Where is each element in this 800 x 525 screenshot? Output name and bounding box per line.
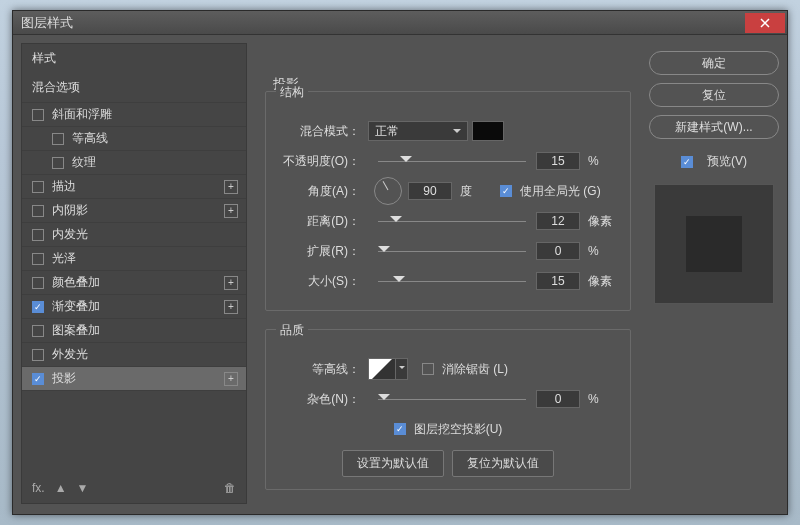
sidebar-item-checkbox[interactable] bbox=[32, 325, 44, 337]
add-effect-icon[interactable]: + bbox=[224, 276, 238, 290]
sidebar-item-checkbox[interactable] bbox=[32, 349, 44, 361]
sidebar-item-label: 外发光 bbox=[52, 346, 88, 363]
sidebar-item-3[interactable]: 描边+ bbox=[22, 175, 246, 199]
make-default-button[interactable]: 设置为默认值 bbox=[342, 450, 444, 477]
sidebar-item-label: 图案叠加 bbox=[52, 322, 100, 339]
structure-title: 结构 bbox=[276, 84, 308, 101]
global-light-checkbox[interactable] bbox=[500, 185, 512, 197]
sidebar-footer: fx. ▲ ▼ 🗑 bbox=[22, 473, 246, 503]
sidebar-item-6[interactable]: 光泽 bbox=[22, 247, 246, 271]
up-icon[interactable]: ▲ bbox=[55, 481, 67, 495]
sidebar-item-11[interactable]: 投影+ bbox=[22, 367, 246, 391]
sidebar-item-9[interactable]: 图案叠加 bbox=[22, 319, 246, 343]
structure-group: 结构 混合模式： 正常 不透明度(O)： 15 % 角度(A)： 90 度 bbox=[265, 91, 631, 311]
trash-icon[interactable]: 🗑 bbox=[224, 481, 236, 495]
sidebar-item-checkbox[interactable] bbox=[32, 181, 44, 193]
size-input[interactable]: 15 bbox=[536, 272, 580, 290]
reset-default-button[interactable]: 复位为默认值 bbox=[452, 450, 554, 477]
sidebar-item-5[interactable]: 内发光 bbox=[22, 223, 246, 247]
size-slider[interactable] bbox=[378, 274, 526, 288]
angle-dial[interactable] bbox=[374, 177, 402, 205]
distance-unit: 像素 bbox=[588, 213, 618, 230]
sidebar-item-label: 斜面和浮雕 bbox=[52, 106, 112, 123]
noise-input[interactable]: 0 bbox=[536, 390, 580, 408]
preview-box bbox=[654, 184, 774, 304]
opacity-unit: % bbox=[588, 154, 618, 168]
contour-label: 等高线： bbox=[278, 361, 368, 378]
shadow-color-swatch[interactable] bbox=[472, 121, 504, 141]
sidebar-item-label: 内阴影 bbox=[52, 202, 88, 219]
sidebar-item-checkbox[interactable] bbox=[32, 253, 44, 265]
blend-mode-label: 混合模式： bbox=[278, 123, 368, 140]
noise-unit: % bbox=[588, 392, 618, 406]
down-icon[interactable]: ▼ bbox=[77, 481, 89, 495]
new-style-button[interactable]: 新建样式(W)... bbox=[649, 115, 779, 139]
spread-slider[interactable] bbox=[378, 244, 526, 258]
sidebar-item-label: 投影 bbox=[52, 370, 76, 387]
spread-unit: % bbox=[588, 244, 618, 258]
ok-button[interactable]: 确定 bbox=[649, 51, 779, 75]
window-title: 图层样式 bbox=[13, 14, 73, 32]
sidebar-blend-options[interactable]: 混合选项 bbox=[22, 73, 246, 103]
sidebar-item-label: 描边 bbox=[52, 178, 76, 195]
sidebar-item-checkbox[interactable] bbox=[32, 229, 44, 241]
sidebar-item-label: 内发光 bbox=[52, 226, 88, 243]
knockout-label: 图层挖空投影(U) bbox=[414, 421, 503, 438]
sidebar-item-8[interactable]: 渐变叠加+ bbox=[22, 295, 246, 319]
close-icon bbox=[760, 18, 770, 28]
add-effect-icon[interactable]: + bbox=[224, 204, 238, 218]
sidebar-item-checkbox[interactable] bbox=[52, 133, 64, 145]
sidebar-item-checkbox[interactable] bbox=[32, 109, 44, 121]
angle-deg: 度 bbox=[460, 183, 490, 200]
noise-slider[interactable] bbox=[378, 392, 526, 406]
antialias-checkbox[interactable] bbox=[422, 363, 434, 375]
close-button[interactable] bbox=[745, 13, 785, 33]
preview-label: 预览(V) bbox=[707, 153, 747, 170]
blend-mode-select[interactable]: 正常 bbox=[368, 121, 468, 141]
sidebar-item-label: 等高线 bbox=[72, 130, 108, 147]
contour-picker[interactable] bbox=[368, 358, 396, 380]
settings-panel: 投影 结构 混合模式： 正常 不透明度(O)： 15 % 角度(A)： 9 bbox=[255, 43, 641, 504]
angle-label: 角度(A)： bbox=[278, 183, 368, 200]
knockout-checkbox[interactable] bbox=[394, 423, 406, 435]
sidebar-item-4[interactable]: 内阴影+ bbox=[22, 199, 246, 223]
preview-swatch bbox=[686, 216, 742, 272]
sidebar-item-checkbox[interactable] bbox=[32, 301, 44, 313]
contour-dropdown[interactable] bbox=[396, 358, 408, 380]
sidebar-item-checkbox[interactable] bbox=[52, 157, 64, 169]
sidebar-item-checkbox[interactable] bbox=[32, 205, 44, 217]
add-effect-icon[interactable]: + bbox=[224, 300, 238, 314]
add-effect-icon[interactable]: + bbox=[224, 372, 238, 386]
sidebar-item-0[interactable]: 斜面和浮雕 bbox=[22, 103, 246, 127]
sidebar-item-label: 光泽 bbox=[52, 250, 76, 267]
global-light-label: 使用全局光 (G) bbox=[520, 183, 601, 200]
sidebar-item-label: 颜色叠加 bbox=[52, 274, 100, 291]
fx-icon[interactable]: fx. bbox=[32, 481, 45, 495]
distance-slider[interactable] bbox=[378, 214, 526, 228]
sidebar-item-checkbox[interactable] bbox=[32, 277, 44, 289]
angle-input[interactable]: 90 bbox=[408, 182, 452, 200]
preview-checkbox[interactable] bbox=[681, 156, 693, 168]
distance-input[interactable]: 12 bbox=[536, 212, 580, 230]
titlebar[interactable]: 图层样式 bbox=[13, 11, 787, 35]
opacity-label: 不透明度(O)： bbox=[278, 153, 368, 170]
add-effect-icon[interactable]: + bbox=[224, 180, 238, 194]
right-panel: 确定 复位 新建样式(W)... 预览(V) bbox=[649, 43, 779, 504]
sidebar-item-label: 渐变叠加 bbox=[52, 298, 100, 315]
sidebar-item-2[interactable]: 纹理 bbox=[22, 151, 246, 175]
antialias-label: 消除锯齿 (L) bbox=[442, 361, 508, 378]
opacity-input[interactable]: 15 bbox=[536, 152, 580, 170]
styles-sidebar: 样式 混合选项 斜面和浮雕等高线纹理描边+内阴影+内发光光泽颜色叠加+渐变叠加+… bbox=[21, 43, 247, 504]
sidebar-item-checkbox[interactable] bbox=[32, 373, 44, 385]
size-unit: 像素 bbox=[588, 273, 618, 290]
layer-style-dialog: 图层样式 样式 混合选项 斜面和浮雕等高线纹理描边+内阴影+内发光光泽颜色叠加+… bbox=[12, 10, 788, 515]
opacity-slider[interactable] bbox=[378, 154, 526, 168]
spread-input[interactable]: 0 bbox=[536, 242, 580, 260]
sidebar-item-10[interactable]: 外发光 bbox=[22, 343, 246, 367]
spread-label: 扩展(R)： bbox=[278, 243, 368, 260]
noise-label: 杂色(N)： bbox=[278, 391, 368, 408]
cancel-button[interactable]: 复位 bbox=[649, 83, 779, 107]
sidebar-header: 样式 bbox=[22, 44, 246, 73]
sidebar-item-1[interactable]: 等高线 bbox=[22, 127, 246, 151]
sidebar-item-7[interactable]: 颜色叠加+ bbox=[22, 271, 246, 295]
